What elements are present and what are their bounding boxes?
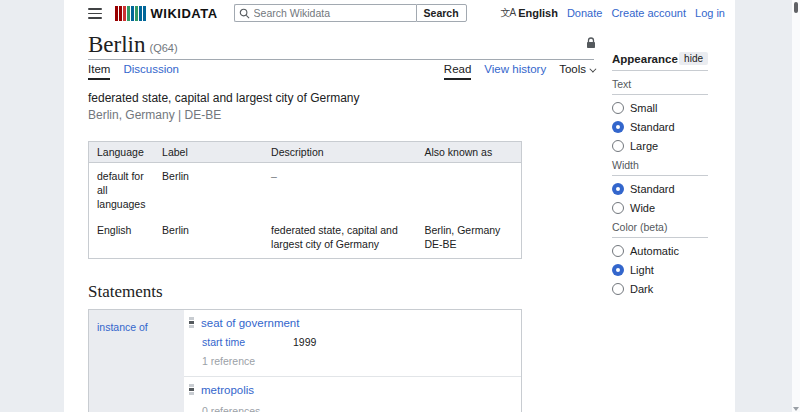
entity-terms: federated state, capital and largest cit… [88,90,594,125]
donate-link[interactable]: Donate [567,7,602,19]
page-title: Berlin [88,32,146,57]
radio-icon[interactable] [612,202,624,214]
lock-icon [586,37,596,49]
content-surface: WIKIDATA Search 文A English Donate Create… [64,0,735,412]
radio-color-dark[interactable]: Dark [612,283,708,295]
entity-aliases: Berlin, Germany | DE-BE [88,107,594,124]
radio-icon[interactable] [612,245,624,257]
qualifier-row: start time 1999 [184,336,521,348]
cell-aliases: Berlin, Germany DE-BE [417,217,522,258]
radio-color-light[interactable]: Light [612,264,708,276]
user-links: 文A English Donate Create account Log in [501,6,725,20]
radio-icon[interactable] [612,283,624,295]
title-row: Berlin(Q64) [88,33,594,60]
tab-tools[interactable]: Tools [559,63,594,80]
search-input[interactable] [254,7,412,19]
cell-label: Berlin [154,217,263,258]
entity-description: federated state, capital and largest cit… [88,90,594,107]
cell-language: default for all languages [89,162,155,217]
radio-width-standard[interactable]: Standard [612,183,708,195]
create-account-link[interactable]: Create account [611,7,686,19]
main-content: Berlin(Q64) Item Discussion Read View hi… [88,33,594,412]
qualifier-value: 1999 [293,336,316,348]
col-header-description: Description [263,141,416,162]
tab-discussion[interactable]: Discussion [123,63,179,80]
rank-selector-icon[interactable] [189,317,194,328]
appearance-title: Appearance [612,53,678,65]
appearance-panel: Appearance hide Text Small Standard Larg… [612,52,708,295]
radio-icon-checked[interactable] [612,121,624,133]
wikidata-logo-bars-icon [115,6,146,21]
references-toggle[interactable]: 0 references [184,405,521,412]
radio-text-large[interactable]: Large [612,140,708,152]
wikidata-logo-text: WIKIDATA [151,6,218,21]
radio-width-wide[interactable]: Wide [612,202,708,214]
rank-selector-icon[interactable] [189,384,194,395]
radio-text-small[interactable]: Small [612,102,708,114]
table-row: default for all languages Berlin – [89,162,522,217]
appearance-section-color: Color (beta) [612,221,708,238]
page-background: WIKIDATA Search 文A English Donate Create… [0,0,800,412]
tabs-left: Item Discussion [88,63,179,80]
tab-view-history[interactable]: View history [484,63,546,80]
radio-icon-checked[interactable] [612,183,624,195]
appearance-section-text: Text [612,78,708,95]
log-in-link[interactable]: Log in [695,7,725,19]
appearance-section-width: Width [612,159,708,176]
radio-icon[interactable] [612,102,624,114]
radio-color-automatic[interactable]: Automatic [612,245,708,257]
tab-row: Item Discussion Read View history Tools [88,63,594,80]
search-bar: Search [234,4,467,22]
tabs-right: Read View history Tools [444,63,594,80]
language-icon: 文A [501,6,516,20]
cell-description: – [263,162,416,217]
search-box[interactable] [234,4,416,22]
hamburger-menu-icon[interactable] [88,8,102,19]
search-icon [239,8,250,19]
terms-table: Language Label Description Also known as… [88,141,522,259]
radio-icon[interactable] [612,140,624,152]
statement: metropolis 0 references [184,376,521,412]
radio-icon-checked[interactable] [612,264,624,276]
tab-item[interactable]: Item [88,63,110,80]
cell-label: Berlin [154,162,263,217]
col-header-also-known-as: Also known as [417,141,522,162]
statements-heading: Statements [88,282,594,302]
entity-id: (Q64) [150,42,178,54]
radio-text-standard[interactable]: Standard [612,121,708,133]
col-header-language: Language [89,141,155,162]
statement-group: instance of seat of government start tim… [88,309,522,412]
qualifier-property-link[interactable]: start time [202,336,293,348]
statement-value-link[interactable]: seat of government [201,317,299,329]
scrollbar[interactable] [792,0,800,412]
tab-read[interactable]: Read [444,63,472,80]
scrollbar-arrow-icon[interactable] [793,407,799,411]
col-header-label: Label [154,141,263,162]
language-label: English [518,7,558,19]
appearance-hide-button[interactable]: hide [679,52,708,65]
statement-value-link[interactable]: metropolis [201,384,254,396]
table-row: English Berlin federated state, capital … [89,217,522,258]
cell-aliases [417,162,522,217]
property-link-instance-of[interactable]: instance of [97,321,148,333]
statement: seat of government start time 1999 1 ref… [184,310,521,376]
chevron-down-icon [589,66,596,73]
language-selector[interactable]: 文A English [501,6,558,20]
property-column: instance of [89,310,184,412]
claims-column: seat of government start time 1999 1 ref… [184,310,521,412]
top-bar: WIKIDATA Search 文A English Donate Create… [64,0,735,26]
wikidata-logo[interactable]: WIKIDATA [115,6,218,21]
scrollbar-thumb[interactable] [794,2,798,13]
cell-language: English [89,217,155,258]
references-toggle[interactable]: 1 reference [184,355,521,367]
cell-description: federated state, capital and largest cit… [263,217,416,258]
search-button[interactable]: Search [416,4,467,22]
terms-table-header-row: Language Label Description Also known as [89,141,522,162]
